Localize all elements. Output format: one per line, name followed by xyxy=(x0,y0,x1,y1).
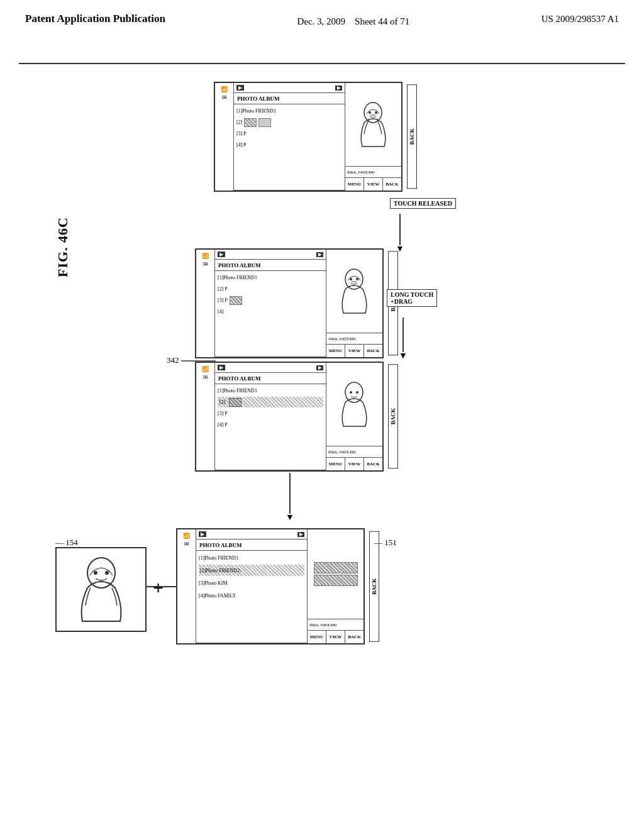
status-bar-bot: ▶ ▶ xyxy=(196,529,307,540)
right-list-bot xyxy=(308,529,364,619)
item4-text-mid: [4] xyxy=(218,309,223,314)
phone-top: 📶 ✉ ▶ ▶ PHOTO ALBUM [1]Photo FRIEND1 xyxy=(214,82,402,192)
photo-area-top xyxy=(345,83,401,167)
menu-btn-mid[interactable]: MENU xyxy=(326,345,345,357)
svg-point-2 xyxy=(369,111,371,114)
status-indicator: ▶ xyxy=(236,85,244,91)
svg-point-9 xyxy=(345,382,363,402)
item2-text-mid: [2] P xyxy=(218,286,228,292)
status-bar-lm: ▶ ▶ xyxy=(215,363,326,373)
item1-text-lm: [1]Photo FRIEND1 xyxy=(218,388,257,394)
status-indicator-bot: ▶ xyxy=(199,531,206,537)
info-mid: 44kb, 640X480 xyxy=(326,333,382,345)
top-right-indicator-lm: ▶ xyxy=(316,365,323,370)
list-item-4-bot: [4]Photo FAMILY xyxy=(199,590,304,601)
item4-text-lm: [4] P xyxy=(218,422,228,428)
phone-left-strip-lm: 📶 ✉ xyxy=(196,363,215,470)
menu-btn-top[interactable]: MENU xyxy=(345,178,364,191)
top-right-indicator-bot: ▶ xyxy=(297,532,304,537)
phone-left-strip-mid: 📶 ✉ xyxy=(196,250,215,357)
list-item-3-top: [3] P xyxy=(236,128,342,139)
signal-icon-mid: 📶 xyxy=(202,253,209,259)
svg-point-4 xyxy=(345,269,363,289)
item4-text-bot: [4]Photo FAMILY xyxy=(199,593,236,599)
item1-text-bot: [1]Photo FRIEND1 xyxy=(199,555,238,561)
menu-btn-bot[interactable]: MENU xyxy=(308,631,326,643)
svg-point-6 xyxy=(350,278,352,280)
phone-right-panel-mid: 44kb, 640X480 MENU VIEW BACK xyxy=(326,250,382,357)
item3-text-lm: [3] P xyxy=(218,411,228,416)
back-btn-lm[interactable]: BACK xyxy=(364,458,382,470)
large-person-svg xyxy=(67,555,136,624)
arrow-down-3: ▼ xyxy=(286,512,294,523)
dot-box-1 xyxy=(314,562,358,573)
dot-box-2 xyxy=(314,575,358,586)
album-title-mid: PHOTO ALBUM xyxy=(215,260,326,271)
item2-text-lm: [2] xyxy=(218,399,227,405)
list-item-3-bot: [3]Photo KIM xyxy=(199,577,304,589)
item4-text: [4] P xyxy=(236,142,247,148)
phone-main-area-mid: ▶ ▶ PHOTO ALBUM [1]Photo FRIEND1 [2] P [… xyxy=(215,250,326,357)
person-svg-mid xyxy=(334,268,375,315)
thumb-2-top xyxy=(244,118,257,127)
album-title-lm: PHOTO ALBUM xyxy=(215,373,326,384)
list-item-4-top: [4] P xyxy=(236,140,342,150)
list-area-lm: [1]Photo FRIEND1 [2] [3] P [4] P xyxy=(215,384,326,470)
phone-left-strip-bot: 📶 ✉ xyxy=(177,529,196,643)
item2-text-bot: [2]Photo FRIEND2: xyxy=(199,568,242,573)
list-item-4-mid: [4] xyxy=(218,306,323,317)
view-btn-mid[interactable]: VIEW xyxy=(345,345,364,357)
list-item-1-lm: [1]Photo FRIEND1 xyxy=(218,385,323,396)
view-btn-bot[interactable]: VIEW xyxy=(326,631,345,643)
sheet-info: Sheet 44 of 71 xyxy=(355,16,409,26)
person-svg-top xyxy=(353,101,394,148)
item3-text-mid: [3] P xyxy=(218,297,228,303)
mail-icon-lm: ✉ xyxy=(203,374,208,380)
status-indicator-mid: ▶ xyxy=(218,252,225,257)
phone-right-panel-top: 86kb, 640X480 MENU VIEW BACK xyxy=(345,83,401,191)
status-bar: ▶ ▶ xyxy=(234,83,345,93)
arrow-long-touch xyxy=(402,318,404,352)
menu-btn-lm[interactable]: MENU xyxy=(326,458,345,470)
back-btn-mid[interactable]: BACK xyxy=(364,345,382,357)
back-vertical-lm: BACK xyxy=(385,362,401,472)
phone-right-panel-bot: 86kb, 640X480 MENU VIEW BACK xyxy=(307,529,364,643)
item1-text: [1]Photo FRIEND1 xyxy=(236,108,276,114)
touch-released-label: TOUCH RELEASED xyxy=(390,198,456,209)
date: Dec. 3, 2009 xyxy=(297,16,345,26)
list-area-top: [1]Photo FRIEND1 [2] [3] P [4] P xyxy=(234,104,345,191)
view-btn-lm[interactable]: VIEW xyxy=(345,458,364,470)
mail-icon-mid: ✉ xyxy=(203,261,208,267)
photo-area-lm xyxy=(326,363,382,446)
item1-text-mid: [1]Photo FRIEND1 xyxy=(218,275,257,280)
patent-number: US 2009/298537 A1 xyxy=(541,11,619,25)
list-area-mid: [1]Photo FRIEND1 [2] P [3] P [4] xyxy=(215,271,326,357)
svg-point-0 xyxy=(364,102,382,123)
list-item-3-lm: [3] P xyxy=(218,408,323,419)
arrow-down-bottom xyxy=(289,473,291,514)
thumb-2b-top xyxy=(258,118,271,127)
phone-middle: 📶 ✉ ▶ ▶ PHOTO ALBUM [1]Photo FRIEND1 [2]… xyxy=(195,248,384,358)
list-area-bot: [1]Photo FRIEND1 [2]Photo FRIEND2: [3]Ph… xyxy=(196,551,307,643)
back-label-top: BACK xyxy=(407,84,417,189)
phone-main-area-lm: ▶ ▶ PHOTO ALBUM [1]Photo FRIEND1 [2] [3]… xyxy=(215,363,326,470)
figure-label: FIG. 46C xyxy=(55,217,71,277)
info-top: 86kb, 640X480 xyxy=(345,167,401,178)
back-btn-top[interactable]: BACK xyxy=(383,178,401,191)
status-indicator-lm: ▶ xyxy=(218,365,225,370)
arrow-touch-released xyxy=(399,214,401,245)
long-touch-label: LONG TOUCH +DRAG xyxy=(387,289,437,307)
view-btn-top[interactable]: VIEW xyxy=(364,178,383,191)
list-item-1-top: [1]Photo FRIEND1 xyxy=(236,106,342,116)
mail-icon-bot: ✉ xyxy=(184,541,189,547)
back-label-lm: BACK xyxy=(388,364,398,468)
date-sheet-info: Dec. 3, 2009 Sheet 44 of 71 xyxy=(297,11,409,29)
list-item-2-mid: [2] P xyxy=(218,284,323,294)
back-label-bot: BACK xyxy=(369,531,379,642)
info-bot: 86kb, 640X480 xyxy=(308,619,364,631)
back-btn-bot[interactable]: BACK xyxy=(345,631,364,643)
arrow-down-2: ▼ xyxy=(399,351,408,361)
svg-point-14 xyxy=(105,571,109,575)
list-item-2-top: [2] xyxy=(236,117,342,128)
bottom-buttons-top: MENU VIEW BACK xyxy=(345,178,401,191)
